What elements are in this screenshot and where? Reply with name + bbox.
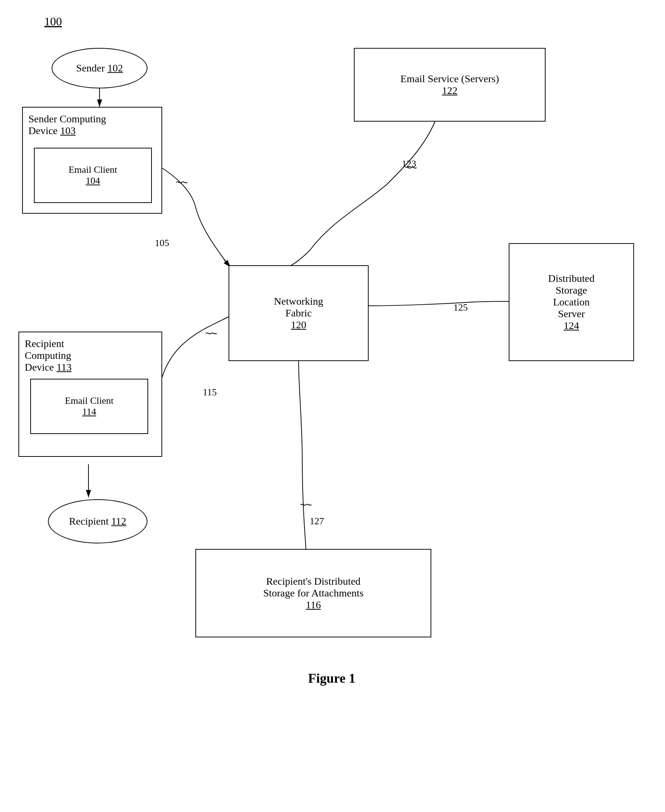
email-service-label: Email Service (Servers): [400, 73, 499, 84]
connection-label-115: 115: [203, 387, 217, 398]
diagram-number: 100: [44, 15, 62, 28]
recipient-device-box: RecipientComputingDevice 113 Email Clien…: [18, 332, 162, 457]
networking-fabric-ref: 120: [291, 319, 306, 330]
diagram-container: 100: [0, 0, 665, 812]
email-service-box: Email Service (Servers) 122: [354, 48, 545, 122]
recipient-device-ref: 113: [56, 361, 72, 373]
email-client-recipient-label: Email Client: [65, 395, 113, 406]
recipient-label: Recipient: [69, 515, 111, 527]
distributed-storage-server-box: DistributedStorageLocationServer 124: [509, 243, 634, 361]
figure-label: Figure 1: [258, 670, 406, 686]
sender-label: Sender: [76, 62, 108, 74]
sender-device-box: Sender ComputingDevice 103 Email Client …: [22, 107, 162, 214]
sender-device-ref: 103: [60, 125, 75, 136]
recipient-ref: 112: [111, 515, 126, 527]
sender-ellipse: Sender 102: [52, 48, 147, 88]
connection-label-125: 125: [454, 302, 468, 313]
email-service-ref: 122: [442, 85, 457, 96]
email-client-recipient-ref: 114: [82, 406, 96, 417]
email-client-recipient-box: Email Client 114: [30, 379, 148, 434]
recipient-ellipse: Recipient 112: [48, 499, 147, 543]
connection-label-127: 127: [310, 516, 324, 527]
connection-label-123: 123: [402, 158, 416, 170]
recipient-distributed-storage-box: Recipient's DistributedStorage for Attac…: [195, 549, 431, 637]
email-client-sender-ref: 104: [86, 175, 100, 186]
distributed-storage-server-ref: 124: [563, 320, 579, 331]
recipient-distributed-storage-ref: 116: [306, 599, 321, 611]
recipient-distributed-storage-label: Recipient's DistributedStorage for Attac…: [263, 575, 364, 599]
networking-fabric-label: NetworkingFabric: [274, 296, 323, 319]
email-client-sender-box: Email Client 104: [34, 148, 152, 203]
networking-fabric-box: NetworkingFabric 120: [229, 265, 369, 361]
distributed-storage-server-label: DistributedStorageLocationServer: [548, 273, 595, 319]
email-client-sender-label: Email Client: [69, 164, 117, 175]
sender-ref: 102: [107, 62, 123, 74]
connection-label-105: 105: [155, 238, 169, 249]
